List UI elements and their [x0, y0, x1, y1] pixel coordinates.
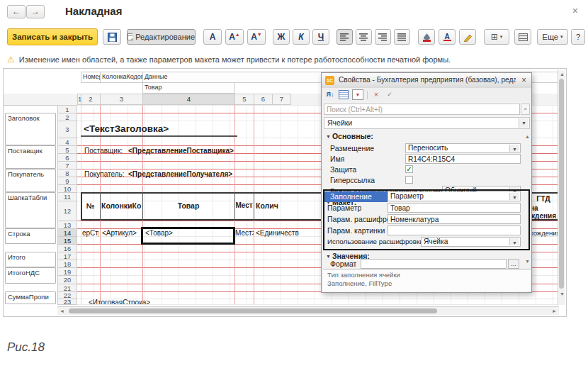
- cell-buyer-label[interactable]: Покупатель:: [84, 170, 125, 178]
- area-label-itogo[interactable]: Итого: [5, 252, 56, 267]
- underline-button[interactable]: Ч: [312, 29, 329, 45]
- area-label-summapropisyu[interactable]: СуммаПропи: [5, 291, 56, 304]
- cancel-icon[interactable]: ×: [371, 90, 381, 99]
- column-group-header[interactable]: КолонкаКодов: [100, 72, 143, 83]
- sort-icon[interactable]: Я↓: [325, 90, 335, 99]
- bold-button[interactable]: Ж: [273, 29, 290, 45]
- row-header-12[interactable]: 12: [57, 201, 77, 221]
- prop-placement-combo[interactable]: Переносить▼: [405, 143, 521, 153]
- align-right-button[interactable]: [375, 29, 391, 45]
- th-item[interactable]: Товар: [142, 201, 234, 210]
- cell-buyer-value[interactable]: <ПредставлениеПолучателя>: [128, 170, 232, 178]
- merge-cells-button[interactable]: [514, 29, 531, 45]
- prop-protect-checkbox[interactable]: [405, 165, 413, 173]
- cell-r14-number[interactable]: ерСтр: [82, 229, 99, 237]
- italic-button[interactable]: К: [293, 29, 310, 45]
- properties-scroll-down-icon[interactable]: ▼: [525, 259, 530, 264]
- column-header-4[interactable]: 4: [142, 94, 235, 105]
- 1c-logo-icon: 1С: [325, 76, 334, 85]
- help-button[interactable]: ?: [571, 29, 585, 45]
- scroll-left-icon[interactable]: ◄: [60, 308, 64, 313]
- properties-titlebar[interactable]: 1С Свойства - Бухгалтерия предприятия (б…: [322, 73, 531, 89]
- th-number[interactable]: №: [81, 201, 100, 210]
- fill-color-button[interactable]: [418, 29, 435, 45]
- column-header-3[interactable]: 3: [100, 94, 143, 105]
- more-button[interactable]: Еще▾: [537, 29, 568, 45]
- properties-title: Свойства - Бухгалтерия предприятия (базо…: [339, 76, 516, 84]
- column-header-6[interactable]: 6: [254, 94, 273, 105]
- prop-format-input[interactable]: [361, 259, 507, 269]
- cell-r14-mest[interactable]: Мест>: [235, 229, 254, 237]
- scroll-down-icon[interactable]: ▼: [560, 291, 565, 296]
- th-gtd[interactable]: ГТД: [528, 194, 558, 203]
- properties-search-input[interactable]: [324, 104, 520, 115]
- cell-r14-articul[interactable]: <Артикул>: [102, 229, 142, 237]
- format-ellipsis-button[interactable]: ...: [508, 259, 519, 269]
- column-header-2[interactable]: 2: [81, 94, 101, 105]
- area-label-pokupatel[interactable]: Покупатель: [5, 169, 56, 192]
- area-label-stroka[interactable]: Строка: [5, 228, 56, 244]
- categories-icon[interactable]: [339, 90, 349, 99]
- cell-supplier-label[interactable]: Поставщик:: [84, 147, 123, 155]
- properties-close-icon[interactable]: ×: [521, 75, 526, 85]
- font-color-button[interactable]: A: [439, 29, 456, 45]
- edit-mode-button[interactable]: Редактирование: [127, 29, 196, 45]
- vertical-scrollbar-thumb[interactable]: [559, 79, 564, 289]
- forward-button[interactable]: →: [26, 5, 45, 18]
- properties-window: 1С Свойства - Бухгалтерия предприятия (б…: [321, 72, 532, 293]
- area-label-shapka[interactable]: ШапкаТабли: [5, 192, 56, 228]
- cell-r14-unit[interactable]: <Единичеств: [256, 229, 321, 237]
- prop-param-input[interactable]: [388, 203, 521, 213]
- draw-border-button[interactable]: [459, 29, 476, 45]
- close-icon[interactable]: ×: [572, 6, 578, 16]
- prop-name-input[interactable]: [405, 154, 521, 164]
- th-code[interactable]: КолонкиКо: [101, 201, 142, 210]
- properties-filter-combo[interactable]: Ячейки ▼: [324, 117, 530, 129]
- save-button[interactable]: [103, 29, 121, 45]
- font-increase-button[interactable]: А▲: [225, 29, 244, 45]
- vertical-scrollbar[interactable]: ▲ ▼: [558, 70, 565, 305]
- align-left-button[interactable]: [337, 29, 353, 45]
- area-label-zagolovok[interactable]: Заголовок: [5, 113, 56, 145]
- area-label-itogonds[interactable]: ИтогоНДС: [5, 267, 56, 284]
- properties-filter-value: Ячейки: [327, 118, 352, 127]
- section-main[interactable]: ▼Основные:: [326, 132, 373, 140]
- cell-r14-country[interactable]: хождения>: [530, 229, 559, 237]
- prop-decode-input[interactable]: [388, 214, 521, 224]
- horizontal-scrollbar[interactable]: ◄ ►: [57, 306, 559, 315]
- th-country-line2[interactable]: ждения: [530, 212, 556, 220]
- selected-cell[interactable]: [141, 227, 235, 245]
- column-group-header[interactable]: НомерС: [81, 72, 101, 83]
- row-header-23[interactable]: 23: [57, 299, 77, 305]
- prop-picture-input[interactable]: [388, 226, 521, 235]
- save-and-close-button[interactable]: Записать и закрыть: [7, 28, 98, 45]
- column-header-7[interactable]: 7: [272, 94, 291, 105]
- prop-fill-combo[interactable]: Параметр▼: [388, 191, 521, 201]
- scroll-up-icon[interactable]: ▲: [560, 72, 565, 77]
- row-header-3[interactable]: 3: [57, 121, 77, 138]
- th-mest[interactable]: Мест: [234, 201, 254, 209]
- cell-total-row[interactable]: <ИтоговаяСтрока>: [89, 299, 150, 304]
- prop-use-decode-combo[interactable]: Ячейка▼: [421, 237, 521, 247]
- font-decrease-button[interactable]: А▼: [247, 29, 266, 45]
- area-label-postavschik[interactable]: Поставщик: [5, 145, 56, 169]
- column-subgroup-header[interactable]: Товар: [142, 82, 235, 94]
- prop-fill-label[interactable]: Заполнение: [324, 191, 388, 202]
- align-center-button[interactable]: [356, 29, 372, 45]
- properties-scroll-up-icon[interactable]: ▲: [525, 134, 530, 139]
- borders-button[interactable]: ⊞▾: [484, 29, 509, 45]
- font-button[interactable]: А: [203, 29, 222, 45]
- prop-hyperlink-checkbox[interactable]: [405, 176, 413, 184]
- important-properties-icon[interactable]: ▼: [352, 89, 363, 100]
- scroll-right-icon[interactable]: ►: [552, 308, 557, 313]
- cell-supplier-value[interactable]: <ПредставлениеПоставщика>: [128, 147, 234, 155]
- align-justify-button[interactable]: [394, 29, 410, 45]
- th-qty[interactable]: Колич: [256, 201, 290, 210]
- back-button[interactable]: ←: [7, 5, 26, 18]
- search-clear-icon[interactable]: ×: [521, 104, 530, 115]
- align-justify-icon: [397, 33, 407, 41]
- cell-title[interactable]: <ТекстЗаголовка>: [84, 123, 169, 134]
- horizontal-scrollbar-thumb[interactable]: [69, 308, 437, 313]
- column-header-5[interactable]: 5: [234, 94, 254, 105]
- apply-icon[interactable]: ✓: [385, 90, 395, 99]
